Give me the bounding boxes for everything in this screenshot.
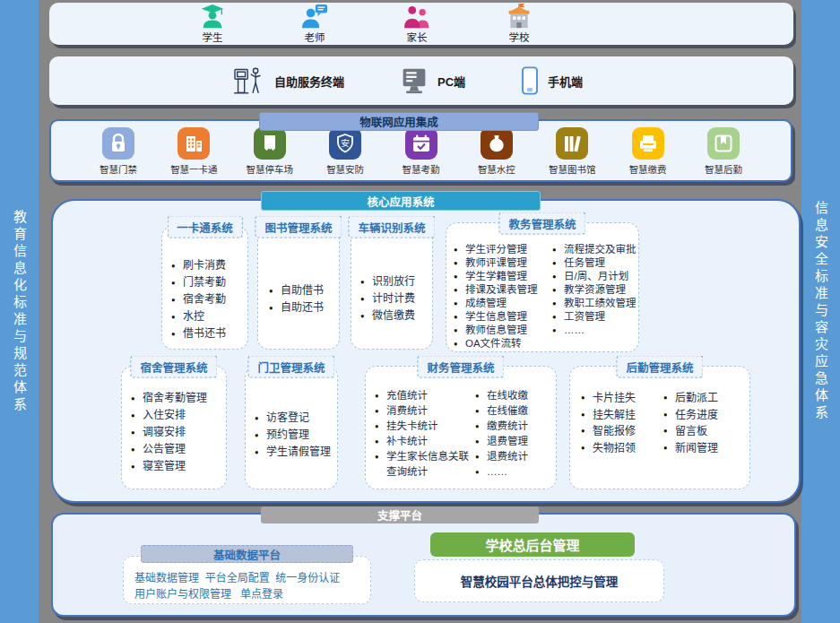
user-group-parent: 家长 xyxy=(388,4,446,44)
system-item: 自助还书 xyxy=(269,299,339,316)
user-group-label: 学生 xyxy=(203,30,223,44)
phone-icon xyxy=(521,66,539,95)
base-platform-line-1: 基础数据管理 平台全局配置 统一身份认证 xyxy=(134,570,370,586)
system-list: 识别放行计时计费微信缴费 xyxy=(360,273,432,324)
parking-icon xyxy=(254,127,286,160)
system-item: 水控 xyxy=(171,308,247,325)
system-item: 智能报修 xyxy=(581,423,663,440)
iot-item-label: 智慧考勤 xyxy=(392,162,451,176)
system-item: 排课及课表管理 xyxy=(454,283,552,297)
base-platform-line-2: 用户账户与权限管理 单点登录 xyxy=(134,586,370,602)
system-card-title: 宿舍管理系统 xyxy=(130,356,217,378)
system-item: 调寝安排 xyxy=(131,424,226,441)
iot-item-label: 智慧一卡通 xyxy=(164,162,223,176)
support-banner: 支撑平台 xyxy=(261,506,539,523)
system-columns: 卡片挂失挂失解挂智能报修失物招领 后勤派工任务进度留言板新闻管理 xyxy=(570,367,749,456)
terminal-label: 手机端 xyxy=(548,73,583,90)
support-platform-panel: 支撑平台 基础数据平台 基础数据管理 平台全局配置 统一身份认证 用户账户与权限… xyxy=(51,513,796,617)
system-card-vehicle: 车辆识别系统 识别放行计时计费微信缴费 xyxy=(351,226,433,350)
system-item: 失物招领 xyxy=(581,440,663,457)
system-item: …… xyxy=(475,464,556,480)
system-item: 教学资源管理 xyxy=(552,283,638,297)
pc-icon xyxy=(400,67,429,94)
iot-item-label: 智慧停车场 xyxy=(240,162,299,176)
iot-item-label: 智慧图书馆 xyxy=(542,162,602,176)
system-item: 识别放行 xyxy=(360,273,432,290)
system-card-logistics: 后勤管理系统 卡片挂失挂失解挂智能报修失物招领 后勤派工任务进度留言板新闻管理 xyxy=(569,366,750,489)
system-item: 挂失解挂 xyxy=(581,407,663,424)
terminals-panel: 自助服务终端 PC端 手机端 xyxy=(49,56,793,105)
school-backend-box: 智慧校园平台总体把控与管理 xyxy=(414,559,664,602)
system-item: 微信缴费 xyxy=(360,307,432,324)
system-list: 后勤派工任务进度留言板新闻管理 xyxy=(663,390,749,456)
iot-item-security: 安 智慧安防 xyxy=(316,127,375,176)
system-card-onecard: 一卡通系统 刷卡消费门禁考勤宿舍考勤水控借书还书 xyxy=(161,226,248,350)
system-item: 流程提交及审批 xyxy=(552,243,638,256)
onecard-icon xyxy=(178,127,210,160)
system-item: 自助借书 xyxy=(269,282,339,299)
student-icon xyxy=(198,4,227,29)
user-roles-panel: 学生 老师 家长 xyxy=(49,3,793,45)
system-card-finance: 财务管理系统 充值统计消费统计挂失卡统计补卡统计学生家长信息关联查询统计 在线收… xyxy=(365,366,557,489)
system-card-title: 一卡通系统 xyxy=(167,216,243,238)
system-card-academic: 教务管理系统 学生评分管理教师评课管理学生学籍管理排课及课表管理成绩管理学生信息… xyxy=(446,222,639,352)
system-item: 学生家长信息关联查询统计 xyxy=(375,449,475,480)
system-list: 刷卡消费门禁考勤宿舍考勤水控借书还书 xyxy=(171,257,247,342)
iot-item-payment: 智慧缴费 xyxy=(619,127,678,176)
system-list: 宿舍考勤管理入住安排调寝安排公告管理寝室管理 xyxy=(131,390,226,475)
terminal-mobile: 手机端 xyxy=(521,66,583,95)
iot-item-library: 智慧图书馆 xyxy=(542,127,602,176)
system-item: 后勤派工 xyxy=(663,390,749,407)
school-backend-banner: 学校总后台管理 xyxy=(430,532,635,557)
system-item: 退费统计 xyxy=(475,449,556,464)
iot-item-label: 智慧缴费 xyxy=(619,162,678,176)
system-item: OA文件流转 xyxy=(454,337,552,350)
system-item: 在线收缴 xyxy=(475,388,556,403)
system-item: 充值统计 xyxy=(375,388,475,403)
system-item: 宿舍考勤管理 xyxy=(131,390,226,407)
system-item: 教师评课管理 xyxy=(454,256,552,270)
system-item: 留言板 xyxy=(663,423,749,440)
system-item: 补卡统计 xyxy=(375,434,475,449)
system-item: 缴费统计 xyxy=(475,419,556,434)
system-list: 在线收缴在线催缴缴费统计退费管理退费统计…… xyxy=(475,388,556,480)
security-icon: 安 xyxy=(329,127,361,160)
terminal-label: 自助服务终端 xyxy=(274,73,344,90)
user-group-label: 学校 xyxy=(509,30,530,44)
user-group-teacher: 老师 xyxy=(286,4,343,44)
system-card-title: 图书管理系统 xyxy=(255,216,342,238)
system-item: 学生评分管理 xyxy=(454,243,552,256)
system-item: 学生请假管理 xyxy=(255,444,337,461)
iot-item-attendance: 智慧考勤 xyxy=(392,127,451,176)
system-card-library: 图书管理系统 自助借书自助还书 xyxy=(257,226,340,350)
system-columns: 充值统计消费统计挂失卡统计补卡统计学生家长信息关联查询统计 在线收缴在线催缴缴费… xyxy=(366,367,556,480)
system-item: 新闻管理 xyxy=(663,440,749,457)
base-data-platform-box: 基础数据管理 平台全局配置 统一身份认证 用户账户与权限管理 单点登录 xyxy=(123,556,371,604)
iot-item-logistics: 智慧后勤 xyxy=(694,127,753,176)
core-systems-panel: 核心应用系统 一卡通系统 刷卡消费门禁考勤宿舍考勤水控借书还书 图书管理系统 自… xyxy=(51,199,801,503)
terminal-kiosk: 自助服务终端 xyxy=(233,66,344,95)
left-standards-label: 教育信息化标准与规范体系 xyxy=(10,210,29,414)
system-item: 任务进度 xyxy=(663,407,749,424)
teacher-icon xyxy=(300,4,329,29)
system-item: 访客登记 xyxy=(255,410,337,427)
system-item: 预约管理 xyxy=(255,427,337,444)
system-item: 卡片挂失 xyxy=(581,390,663,407)
system-card-title: 教务管理系统 xyxy=(498,212,585,235)
base-data-platform-pill: 基础数据平台 xyxy=(141,545,353,563)
system-item: 公告管理 xyxy=(131,441,226,458)
payment-icon xyxy=(632,127,664,160)
water-control-icon xyxy=(481,127,513,160)
smart-campus-architecture-diagram: 教育信息化标准与规范体系 信息安全标准与容灾应急体系 学生 老师 xyxy=(0,0,840,623)
system-item: 借书还书 xyxy=(171,325,247,342)
system-card-title: 后勤管理系统 xyxy=(616,356,703,378)
right-standards-label: 信息安全标准与容灾应急体系 xyxy=(811,201,830,422)
user-group-label: 家长 xyxy=(407,30,428,44)
system-item: 退费管理 xyxy=(475,434,556,449)
library-icon xyxy=(556,127,588,160)
system-card-title: 财务管理系统 xyxy=(417,356,504,378)
system-list: 流程提交及审批任务管理日/周、月计划教学资源管理教职工绩效管理工资管理…… xyxy=(552,243,638,350)
system-item: 宿舍考勤 xyxy=(171,291,247,308)
system-card-gate: 门卫管理系统 访客登记预约管理学生请假管理 xyxy=(245,366,338,489)
system-item: 挂失卡统计 xyxy=(375,419,475,434)
